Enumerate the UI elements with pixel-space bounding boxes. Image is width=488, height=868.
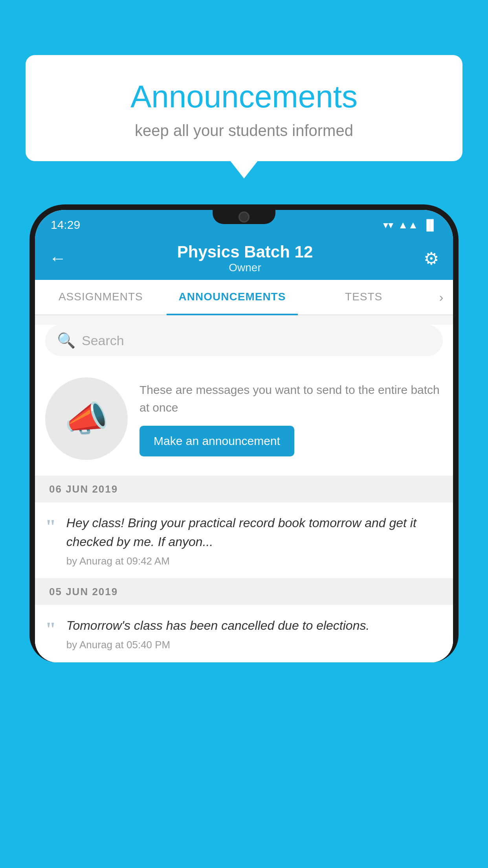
date-separator-2: 05 JUN 2019 [35,579,453,605]
signal-icon: ▲▲ [398,219,418,231]
announcement-body-1: Hey class! Bring your practical record b… [66,513,443,567]
make-announcement-button[interactable]: Make an announcement [139,426,294,456]
header-title: Physics Batch 12 [177,243,313,261]
announcement-text-2: Tomorrow's class has been cancelled due … [66,616,443,635]
speech-bubble-subtitle: keep all your students informed [45,122,443,140]
tab-more-icon[interactable]: › [429,280,453,314]
quote-icon-1: " [45,517,56,536]
search-bar[interactable]: 🔍 Search [45,325,443,356]
announcement-cta: 📣 These are messages you want to send to… [35,366,453,476]
header-subtitle: Owner [177,261,313,274]
search-icon: 🔍 [57,332,75,349]
cta-right: These are messages you want to send to t… [139,381,443,456]
speech-bubble: Announcements keep all your students inf… [26,55,462,161]
tab-assignments[interactable]: ASSIGNMENTS [35,280,167,315]
date-separator-1: 06 JUN 2019 [35,476,453,502]
wifi-icon: ▾▾ [383,219,393,231]
quote-icon-2: " [45,619,56,639]
content-area: 🔍 Search 📣 These are messages you want t… [35,325,453,662]
tabs-bar: ASSIGNMENTS ANNOUNCEMENTS TESTS › [35,280,453,315]
announcement-body-2: Tomorrow's class has been cancelled due … [66,616,443,651]
settings-icon[interactable]: ⚙ [424,248,439,268]
announcement-icon-circle: 📣 [45,377,128,460]
announcement-item-2: " Tomorrow's class has been cancelled du… [35,605,453,662]
speech-bubble-title: Announcements [45,79,443,115]
phone-screen: 14:29 ▾▾ ▲▲ ▐▌ ← Physics Batch 12 Owner … [35,210,453,662]
phone-wrapper: 14:29 ▾▾ ▲▲ ▐▌ ← Physics Batch 12 Owner … [29,204,459,868]
battery-icon: ▐▌ [423,219,437,231]
search-placeholder: Search [82,333,124,348]
back-button[interactable]: ← [49,248,66,268]
announcement-text-1: Hey class! Bring your practical record b… [66,513,443,551]
phone-outer: 14:29 ▾▾ ▲▲ ▐▌ ← Physics Batch 12 Owner … [29,204,459,662]
announcement-meta-1: by Anurag at 09:42 AM [66,555,443,567]
cta-description: These are messages you want to send to t… [139,381,443,416]
header-title-block: Physics Batch 12 Owner [177,243,313,274]
phone-camera [238,211,250,223]
announcement-meta-2: by Anurag at 05:40 PM [66,639,443,651]
phone-notch [213,210,275,224]
tab-announcements[interactable]: ANNOUNCEMENTS [167,280,298,315]
speech-bubble-container: Announcements keep all your students inf… [26,55,462,161]
status-time: 14:29 [51,218,80,232]
status-icons: ▾▾ ▲▲ ▐▌ [383,219,437,231]
megaphone-icon: 📣 [64,398,108,440]
tab-tests[interactable]: TESTS [298,280,429,315]
app-header: ← Physics Batch 12 Owner ⚙ [35,237,453,280]
announcement-item-1: " Hey class! Bring your practical record… [35,502,453,579]
